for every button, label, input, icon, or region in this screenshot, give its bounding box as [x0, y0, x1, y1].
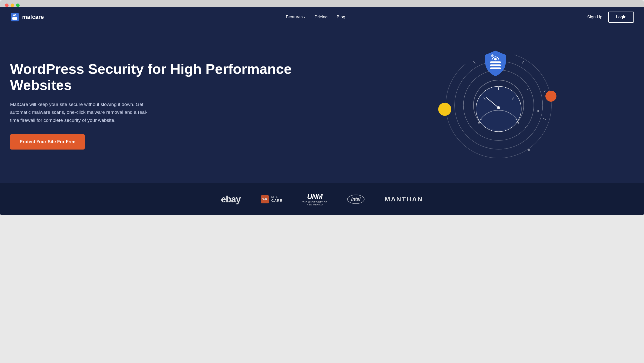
- sitecare-icon: WP: [261, 195, 269, 203]
- svg-point-21: [497, 106, 500, 109]
- hero-illustration: [353, 42, 634, 168]
- svg-point-24: [517, 122, 519, 124]
- svg-rect-29: [490, 64, 501, 66]
- hero-section: WordPress Security for High Performance …: [0, 27, 644, 183]
- logo-link[interactable]: malcare: [10, 12, 44, 22]
- unm-text2: NEW MEXICO: [307, 203, 323, 206]
- svg-line-11: [543, 118, 546, 120]
- navbar: malcare Features ▾ Pricing Blog Sign Up …: [0, 7, 644, 27]
- manthan-text: MANTHAN: [385, 195, 423, 203]
- svg-line-25: [526, 89, 529, 90]
- svg-rect-3: [12, 19, 17, 20]
- features-chevron: ▾: [304, 16, 305, 19]
- unm-logo: UNM THE UNIVERSITY OF NEW MEXICO: [302, 192, 327, 206]
- minimize-button[interactable]: [11, 4, 14, 7]
- unm-text: THE UNIVERSITY OF: [302, 201, 327, 204]
- trusted-bar: ebay WP SITE CARE UNM THE UNIVERSITY OF …: [0, 183, 644, 215]
- svg-rect-28: [490, 61, 501, 63]
- nav-actions: Sign Up Login: [587, 12, 634, 23]
- logo-text: malcare: [22, 14, 44, 20]
- svg-point-4: [14, 15, 16, 16]
- nav-pricing[interactable]: Pricing: [314, 15, 328, 20]
- sitecare-text: SITE CARE: [271, 196, 283, 203]
- svg-line-10: [543, 91, 546, 92]
- unm-letters: UNM: [307, 192, 323, 201]
- nav-features[interactable]: Features ▾: [286, 15, 305, 20]
- nav-blog[interactable]: Blog: [337, 15, 345, 20]
- hero-content: WordPress Security for High Performance …: [10, 61, 353, 150]
- svg-point-23: [478, 122, 480, 124]
- shield-svg: [484, 50, 507, 77]
- hero-title: WordPress Security for High Performance …: [10, 61, 353, 93]
- illustration-container: [433, 45, 554, 166]
- sitecare-logo: WP SITE CARE: [261, 195, 283, 203]
- svg-point-31: [494, 58, 497, 60]
- ebay-logo: ebay: [221, 194, 240, 205]
- intel-logo: intel: [347, 195, 365, 204]
- svg-rect-30: [490, 67, 501, 69]
- ebay-text: ebay: [221, 194, 240, 205]
- svg-point-22: [498, 88, 499, 90]
- shield-badge: [484, 50, 507, 78]
- manthan-logo: MANTHAN: [385, 195, 423, 203]
- signup-link[interactable]: Sign Up: [587, 15, 602, 20]
- svg-line-12: [473, 61, 475, 64]
- window-chrome: [0, 0, 644, 7]
- close-button[interactable]: [5, 4, 9, 7]
- hero-cta-button[interactable]: Protect Your Site For Free: [10, 134, 85, 150]
- hero-subtitle: MalCare will keep your site secure witho…: [10, 100, 156, 124]
- nav-links: Features ▾ Pricing Blog: [286, 15, 345, 20]
- svg-rect-1: [12, 17, 17, 18]
- window-body: malcare Features ▾ Pricing Blog Sign Up …: [0, 7, 644, 215]
- svg-line-27: [525, 126, 527, 128]
- intel-text: intel: [351, 197, 360, 202]
- red-dot: [545, 91, 556, 102]
- svg-line-13: [522, 61, 524, 64]
- maximize-button[interactable]: [16, 4, 20, 7]
- logo-icon: [10, 12, 20, 22]
- yellow-dot: [438, 103, 451, 116]
- login-button[interactable]: Login: [608, 12, 634, 23]
- svg-rect-2: [12, 18, 17, 19]
